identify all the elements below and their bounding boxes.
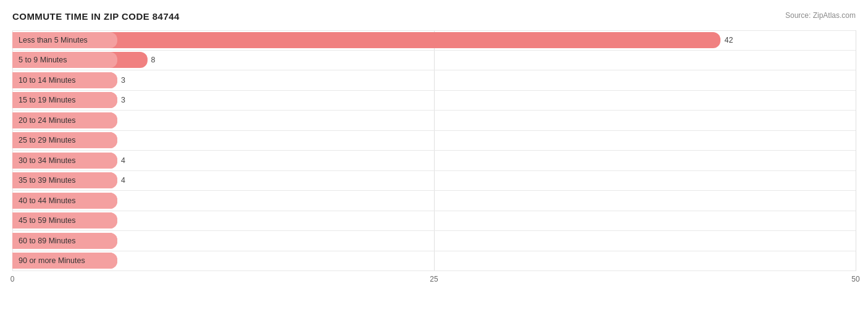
- bar-row: Less than 5 Minutes42: [12, 30, 856, 51]
- bar-row: 45 to 59 Minutes: [12, 211, 856, 232]
- bar-label: 30 to 34 Minutes: [12, 153, 117, 169]
- bar-row: 25 to 29 Minutes: [12, 131, 856, 151]
- chart-container: COMMUTE TIME IN ZIP CODE 84744 Source: Z…: [0, 0, 868, 323]
- bar-value: 4: [121, 156, 125, 165]
- bar-label: 60 to 89 Minutes: [12, 233, 117, 249]
- bar-value: 42: [724, 36, 733, 44]
- bar-label: 5 to 9 Minutes: [12, 52, 117, 68]
- x-axis: 02550: [12, 271, 856, 288]
- bar-value: 3: [121, 96, 125, 104]
- chart-source: Source: ZipAtlas.com: [785, 11, 856, 20]
- bar-row: 35 to 39 Minutes4: [12, 171, 856, 191]
- bar-label: 45 to 59 Minutes: [12, 212, 117, 229]
- bar-value: 3: [121, 76, 125, 85]
- x-axis-tick: 25: [430, 275, 438, 283]
- bar-value: 8: [151, 56, 156, 64]
- bar-label: 40 to 44 Minutes: [12, 193, 117, 209]
- chart-area: Less than 5 Minutes425 to 9 Minutes810 t…: [12, 30, 856, 290]
- bar-row: 10 to 14 Minutes3: [12, 70, 856, 91]
- bar-label: 90 or more Minutes: [12, 253, 117, 269]
- bar-label: 10 to 14 Minutes: [12, 72, 117, 88]
- x-axis-tick: 0: [10, 275, 15, 283]
- bar-row: 15 to 19 Minutes3: [12, 91, 856, 111]
- chart-header: COMMUTE TIME IN ZIP CODE 84744 Source: Z…: [12, 11, 856, 22]
- bar-row: 5 to 9 Minutes8: [12, 51, 856, 71]
- bar-fill: [12, 32, 720, 48]
- bar-row: 60 to 89 Minutes: [12, 231, 856, 251]
- bars-wrapper: Less than 5 Minutes425 to 9 Minutes810 t…: [12, 30, 856, 271]
- bar-label: Less than 5 Minutes: [12, 32, 117, 48]
- chart-title: COMMUTE TIME IN ZIP CODE 84744: [12, 11, 180, 22]
- bar-label: 15 to 19 Minutes: [12, 92, 117, 108]
- bar-label: 20 to 24 Minutes: [12, 112, 117, 128]
- x-axis-tick: 50: [851, 275, 859, 283]
- vertical-grid-line: [856, 30, 856, 271]
- bar-row: 30 to 34 Minutes4: [12, 151, 856, 171]
- bar-row: 20 to 24 Minutes: [12, 111, 856, 131]
- bar-row: 40 to 44 Minutes: [12, 191, 856, 211]
- bar-label: 35 to 39 Minutes: [12, 172, 117, 188]
- bar-value: 4: [121, 176, 125, 185]
- bar-label: 25 to 29 Minutes: [12, 132, 117, 148]
- bar-row: 90 or more Minutes: [12, 251, 856, 272]
